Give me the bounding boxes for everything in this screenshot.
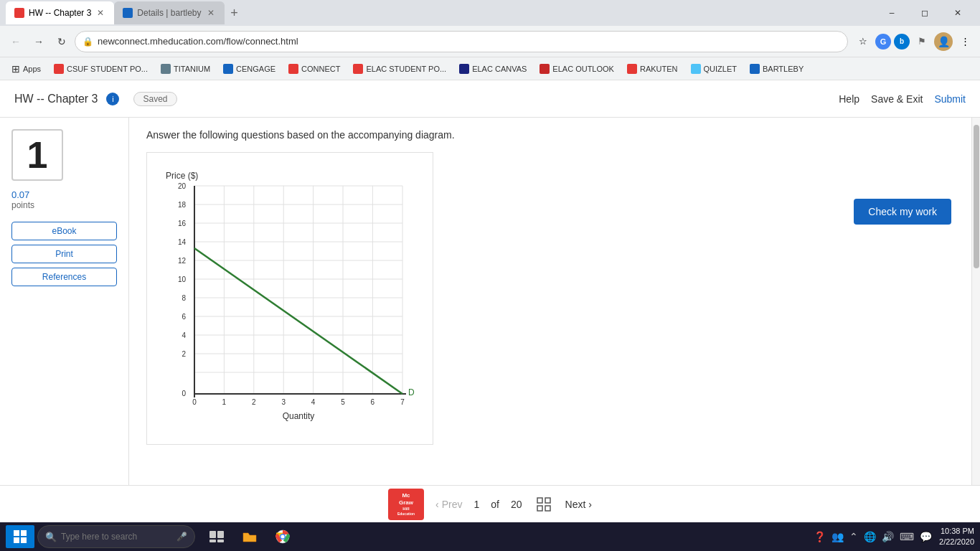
google-icon[interactable]: G <box>875 34 891 50</box>
prev-label: Prev <box>442 499 463 510</box>
svg-text:2: 2 <box>252 398 256 406</box>
speaker-icon[interactable]: 🔊 <box>880 529 895 544</box>
elac-favicon <box>353 64 363 74</box>
network-icon[interactable]: 🌐 <box>862 529 877 544</box>
svg-text:0: 0 <box>192 398 197 406</box>
mcgraw-hill-logo: Mc Graw Hill Education <box>388 489 424 520</box>
svg-text:1: 1 <box>222 398 227 406</box>
logo-education: Education <box>397 512 415 516</box>
people-icon[interactable]: 👥 <box>830 529 845 544</box>
sidebar: 1 0.07 points eBook Print References <box>0 118 129 485</box>
svg-text:20: 20 <box>178 182 187 190</box>
windows-icon <box>14 530 27 543</box>
keyboard-icon[interactable]: ⌨ <box>898 529 915 544</box>
bookmark-apps[interactable]: ⊞ Apps <box>6 60 47 77</box>
prev-button[interactable]: ‹ Prev <box>435 499 462 510</box>
ebook-button[interactable]: eBook <box>11 222 117 240</box>
svg-rect-43 <box>537 506 542 511</box>
bookmark-bartleby[interactable]: BARTLEBY <box>744 60 809 77</box>
forward-button[interactable]: → <box>29 32 49 52</box>
print-button[interactable]: Print <box>11 245 117 263</box>
svg-text:10: 10 <box>178 276 187 283</box>
reload-button[interactable]: ↻ <box>52 32 72 52</box>
pagination-bar: Mc Graw Hill Education ‹ Prev 1 of 20 <box>0 485 980 522</box>
bookmark-titanium[interactable]: TITANIUM <box>155 60 216 77</box>
bookmark-elac-outlook[interactable]: ELAC OUTLOOK <box>534 60 620 77</box>
question-text: Answer the following questions based on … <box>129 118 971 146</box>
tab-bartleby[interactable]: Details | bartleby ✕ <box>114 1 224 24</box>
bookmark-csuf[interactable]: CSUF STUDENT PO... <box>48 60 154 77</box>
svg-text:2: 2 <box>182 350 186 358</box>
tab-label-bartleby: Details | bartleby <box>137 8 201 18</box>
minimize-button[interactable]: – <box>875 0 908 26</box>
start-button[interactable] <box>6 525 34 548</box>
save-exit-button[interactable]: Save & Exit <box>871 93 923 105</box>
bookmark-elac-student[interactable]: ELAC STUDENT PO... <box>347 60 452 77</box>
bing-icon[interactable]: b <box>894 34 910 50</box>
svg-rect-41 <box>537 498 542 503</box>
bartleby-favicon <box>750 64 760 74</box>
svg-rect-48 <box>21 537 27 543</box>
page-of: of <box>491 499 499 510</box>
page-current: 1 <box>473 499 479 510</box>
menu-icon[interactable]: ⋮ <box>956 32 974 51</box>
chrome-taskbar-button[interactable] <box>268 522 297 551</box>
notification-icon[interactable]: 💬 <box>918 529 933 544</box>
bookmark-elac-canvas[interactable]: ELAC CANVAS <box>453 60 532 77</box>
new-tab-button[interactable]: + <box>225 3 245 23</box>
bookmark-connect[interactable]: CONNECT <box>283 60 346 77</box>
taskbar-search-box[interactable]: 🔍 🎤 <box>37 525 195 548</box>
check-my-work-button[interactable]: Check my work <box>854 199 951 225</box>
bookmark-cengage[interactable]: CENGAGE <box>217 60 281 77</box>
csuf-favicon <box>54 64 64 74</box>
address-bar[interactable]: 🔒 newconnect.mheducation.com/flow/connec… <box>75 31 848 52</box>
points-label: points <box>11 200 117 210</box>
bookmark-rakuten[interactable]: RAKUTEN <box>621 60 684 77</box>
close-button[interactable]: ✕ <box>941 0 974 26</box>
help-button[interactable]: Help <box>839 93 859 105</box>
info-icon[interactable]: i <box>106 93 119 105</box>
svg-rect-46 <box>21 530 27 536</box>
svg-text:6: 6 <box>371 398 375 406</box>
task-view-button[interactable] <box>202 522 231 551</box>
svg-text:4: 4 <box>311 398 316 406</box>
tab-close-hw[interactable]: ✕ <box>95 6 105 19</box>
svg-rect-52 <box>217 540 224 542</box>
svg-text:8: 8 <box>182 294 186 302</box>
microphone-icon[interactable]: 🎤 <box>176 532 187 542</box>
scroll-thumb[interactable] <box>974 125 979 268</box>
bookmark-bartleby-label: BARTLEBY <box>763 65 804 73</box>
back-button[interactable]: ← <box>6 32 26 52</box>
window-controls: – ◻ ✕ <box>875 0 974 26</box>
next-button[interactable]: Next › <box>565 499 592 510</box>
svg-rect-42 <box>545 498 550 503</box>
date-display: 2/22/2020 <box>939 537 974 547</box>
tab-label-hw: HW -- Chapter 3 <box>29 8 91 18</box>
svg-text:14: 14 <box>178 238 187 246</box>
taskbar-search-input[interactable] <box>61 532 172 542</box>
svg-text:12: 12 <box>178 257 187 265</box>
up-arrow-icon[interactable]: ⌃ <box>848 529 859 544</box>
scroll-track[interactable] <box>971 118 980 485</box>
bookmark-outlook-label: ELAC OUTLOOK <box>552 65 614 73</box>
submit-button[interactable]: Submit <box>934 93 966 105</box>
svg-text:6: 6 <box>182 313 186 321</box>
body-layout: 1 0.07 points eBook Print References Ans… <box>0 118 980 485</box>
logo-hill: Hill <box>402 507 409 512</box>
svg-rect-44 <box>545 506 550 511</box>
maximize-button[interactable]: ◻ <box>908 0 941 26</box>
tab-hw-chapter3[interactable]: HW -- Chapter 3 ✕ <box>6 1 114 24</box>
edge-icon[interactable]: ⚑ <box>913 32 931 51</box>
bookmark-rakuten-label: RAKUTEN <box>640 65 678 73</box>
references-button[interactable]: References <box>11 268 117 286</box>
star-icon[interactable]: ☆ <box>854 32 872 51</box>
file-explorer-button[interactable] <box>235 522 264 551</box>
svg-text:0: 0 <box>182 390 186 397</box>
tab-close-bartleby[interactable]: ✕ <box>206 6 216 19</box>
bookmark-canvas-label: ELAC CANVAS <box>472 65 527 73</box>
question-help-icon[interactable]: ❓ <box>812 529 827 544</box>
browser-window: HW -- Chapter 3 ✕ Details | bartleby ✕ +… <box>0 0 980 522</box>
grid-view-button[interactable] <box>534 494 554 514</box>
profile-icon[interactable]: 👤 <box>934 32 953 51</box>
bookmark-quizlet[interactable]: QUIZLET <box>685 60 743 77</box>
